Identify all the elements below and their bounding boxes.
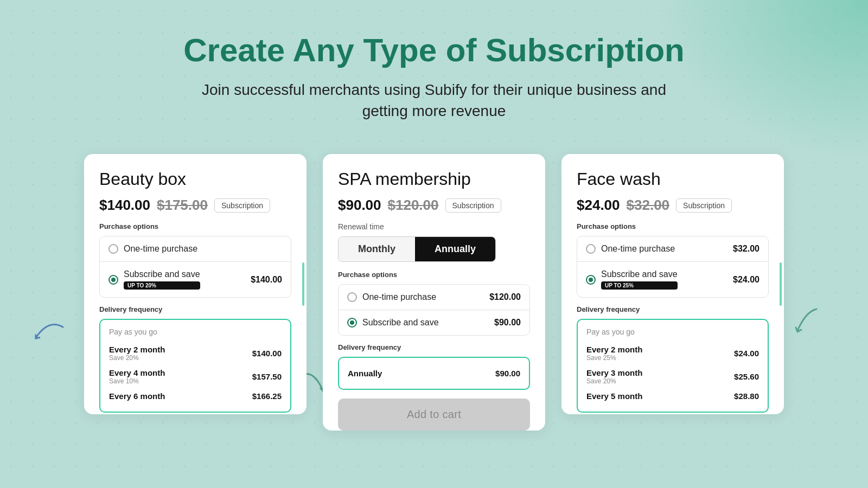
face-wash-subscribe-label: Subscribe and save	[601, 269, 678, 279]
face-wash-freq-0-label: Every 2 month	[586, 345, 642, 354]
spa-toggle-annually[interactable]: Annually	[415, 237, 495, 261]
page-header: Create Any Type of Subscription Join suc…	[183, 33, 684, 121]
spa-section-label: Purchase options	[338, 271, 530, 279]
face-wash-freq-2[interactable]: Every 5 month $28.80	[586, 388, 759, 404]
spa-price-row: $90.00 $120.00 Subscription	[338, 197, 530, 214]
beauty-box-freq-0-price: $140.00	[252, 349, 282, 358]
spa-options: One-time purchase $120.00 Subscribe and …	[338, 284, 530, 336]
face-wash-freq-2-price: $28.80	[734, 391, 759, 401]
face-wash-delivery-label: Delivery frequency	[577, 305, 769, 313]
face-wash-onetime-label: One-time purchase	[601, 244, 675, 254]
spa-option-onetime[interactable]: One-time purchase $120.00	[339, 285, 529, 310]
face-wash-title: Face wash	[577, 169, 769, 189]
radio-empty-icon	[108, 244, 118, 254]
beauty-box-pay-as-you-go: Pay as you go	[109, 328, 282, 336]
spa-option-subscribe[interactable]: Subscribe and save $90.00	[339, 310, 529, 335]
face-wash-price-row: $24.00 $32.00 Subscription	[577, 197, 769, 214]
beauty-box-freq-2-label: Every 6 month	[109, 391, 165, 401]
face-wash-freq-0-price: $24.00	[734, 349, 759, 358]
radio-filled-icon	[347, 318, 357, 328]
spa-price-current: $90.00	[338, 197, 381, 214]
face-wash-up-to-badge: UP To 25%	[601, 281, 678, 290]
spa-subscribe-label: Subscribe and save	[362, 318, 439, 328]
beauty-box-scrollbar	[302, 262, 304, 306]
main-title: Create Any Type of Subscription	[183, 33, 684, 68]
beauty-box-subscribe-label: Subscribe and save	[124, 269, 200, 279]
radio-filled-icon	[586, 275, 596, 285]
cards-row: Beauty box $140.00 $175.00 Subscription …	[84, 154, 784, 431]
face-wash-freq-2-label: Every 5 month	[586, 391, 642, 401]
radio-empty-icon	[586, 244, 596, 254]
beauty-box-section-label: Purchase options	[99, 222, 291, 230]
spa-delivery-label: Delivery frequency	[338, 343, 530, 351]
face-wash-options: One-time purchase $32.00 Subscribe and s…	[577, 236, 769, 298]
beauty-box-option-onetime[interactable]: One-time purchase	[100, 236, 291, 262]
face-wash-badge: Subscription	[676, 198, 732, 213]
beauty-box-delivery-label: Delivery frequency	[99, 305, 291, 313]
face-wash-freq-0[interactable]: Every 2 month Save 25% $24.00	[586, 342, 759, 365]
beauty-box-freq-2-price: $166.25	[252, 391, 282, 401]
face-wash-price-current: $24.00	[577, 197, 620, 214]
radio-filled-icon	[108, 275, 118, 285]
beauty-box-freq-1-price: $157.50	[252, 372, 282, 381]
face-wash-option-onetime[interactable]: One-time purchase $32.00	[577, 236, 768, 262]
face-wash-card: Face wash $24.00 $32.00 Subscription Pur…	[561, 154, 784, 414]
spa-onetime-label: One-time purchase	[362, 292, 436, 302]
spa-freq-0-price: $90.00	[495, 369, 520, 378]
face-wash-section-label: Purchase options	[577, 222, 769, 230]
spa-price-original: $120.00	[388, 197, 439, 214]
beauty-box-options: One-time purchase Subscribe and save UP …	[99, 236, 291, 298]
beauty-box-up-to-badge: UP To 20%	[124, 281, 200, 290]
face-wash-freq-1-label: Every 3 month	[586, 368, 642, 377]
spa-subscribe-price: $90.00	[494, 318, 521, 328]
beauty-box-badge: Subscription	[214, 198, 270, 213]
spa-add-to-cart-button[interactable]: Add to cart	[338, 399, 530, 431]
face-wash-freq-1-save: Save 20%	[586, 377, 642, 385]
face-wash-onetime-price: $32.00	[733, 244, 760, 254]
spa-renewal-label: Renewal time	[338, 222, 530, 231]
beauty-box-freq-1-save: Save 10%	[109, 377, 165, 385]
spa-onetime-price: $120.00	[489, 292, 521, 302]
beauty-box-price-original: $175.00	[157, 197, 208, 214]
radio-empty-icon	[347, 292, 357, 302]
beauty-box-title: Beauty box	[99, 169, 291, 189]
face-wash-pay-as-you-go: Pay as you go	[586, 328, 759, 336]
spa-badge: Subscription	[445, 198, 501, 213]
beauty-box-onetime-label: One-time purchase	[124, 244, 197, 254]
beauty-box-freq-2[interactable]: Every 6 month $166.25	[109, 388, 282, 404]
beauty-box-freq-1[interactable]: Every 4 month Save 10% $157.50	[109, 365, 282, 388]
spa-delivery-box: Annually $90.00	[338, 357, 530, 390]
spa-toggle-monthly[interactable]: Monthly	[339, 237, 415, 261]
face-wash-option-subscribe[interactable]: Subscribe and save UP To 25% $24.00	[577, 262, 768, 297]
spa-title: SPA membership	[338, 169, 530, 189]
spa-toggle-row: Monthly Annually	[338, 236, 496, 262]
beauty-box-freq-1-label: Every 4 month	[109, 368, 165, 377]
face-wash-freq-0-save: Save 25%	[586, 354, 642, 362]
beauty-box-freq-0[interactable]: Every 2 month Save 20% $140.00	[109, 342, 282, 365]
face-wash-delivery-box: Pay as you go Every 2 month Save 25% $24…	[577, 319, 769, 413]
face-wash-subscribe-price: $24.00	[733, 275, 760, 285]
face-wash-scrollbar	[780, 262, 782, 306]
beauty-box-freq-0-save: Save 20%	[109, 354, 165, 362]
face-wash-freq-1-price: $25.60	[734, 372, 759, 381]
spa-freq-0[interactable]: Annually $90.00	[348, 365, 520, 381]
beauty-box-subscribe-price: $140.00	[251, 275, 282, 285]
beauty-box-price-row: $140.00 $175.00 Subscription	[99, 197, 291, 214]
beauty-box-card: Beauty box $140.00 $175.00 Subscription …	[84, 154, 307, 414]
spa-membership-card: SPA membership $90.00 $120.00 Subscripti…	[323, 154, 545, 431]
beauty-box-delivery-box: Pay as you go Every 2 month Save 20% $14…	[99, 319, 291, 413]
beauty-box-option-subscribe[interactable]: Subscribe and save UP To 20% $140.00	[100, 262, 291, 297]
spa-freq-0-label: Annually	[348, 369, 382, 378]
face-wash-freq-1[interactable]: Every 3 month Save 20% $25.60	[586, 365, 759, 388]
beauty-box-freq-0-label: Every 2 month	[109, 345, 165, 354]
face-wash-price-original: $32.00	[627, 197, 670, 214]
beauty-box-price-current: $140.00	[99, 197, 150, 214]
subtitle: Join successful merchants using Subify f…	[183, 79, 684, 121]
